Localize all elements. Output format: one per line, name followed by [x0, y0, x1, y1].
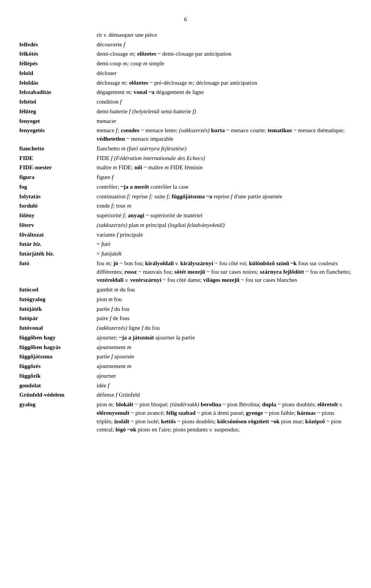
- entry-FIDE-mester: FIDE-mester maître m FIDE; női ~ maître …: [19, 164, 352, 172]
- def-FIDE: FIDE f (Fédération internationale des Ec…: [97, 154, 352, 163]
- def-fuggozes: ajournement m: [97, 362, 352, 371]
- def-FIDE-mester: maître m FIDE; női ~ maître m FIDE fémin…: [97, 164, 352, 172]
- entry-fog: fog contrôler; ~ja a mezőt contrôler la …: [19, 183, 352, 191]
- def-felfedes: découverte f: [97, 41, 352, 49]
- entry-fenyeget: fenyeget menacer: [19, 117, 352, 126]
- headword-futar-biz: futár biz.: [19, 240, 97, 249]
- headword-felkotes: félkötés: [19, 50, 97, 58]
- page-number: 6: [19, 15, 352, 24]
- entry-fenyegetes: fenyegetés menace f; csendes ~ menace le…: [19, 126, 352, 143]
- headword-fuggobenhegy: függőben hagy: [19, 334, 97, 342]
- entry-fuggobenhagyas: függőben hagyás ajournement m: [19, 343, 352, 352]
- entry-foterv: főterv (sakkszerzés) plan m principal (l…: [19, 221, 352, 230]
- def-fuggobenhegy: ajourner; ~ja a játszmát ajourner la par…: [97, 334, 352, 342]
- entry-feliuteg: félüteg demi-batterie f (helytelenül sem…: [19, 107, 352, 116]
- def-fordulo: ronde f; tour m: [97, 202, 352, 210]
- headword-fenyegetes: fenyegetés: [19, 126, 97, 143]
- entry-feloldas: feloldás déclouage m; előzetes ~ pré-déc…: [19, 79, 352, 87]
- headword-fuggobenhagyas: függőben hagyás: [19, 343, 97, 352]
- headword-gyalog: gyalog: [19, 401, 97, 434]
- def-fog: contrôler; ~ja a mezőt contrôler la case: [97, 183, 352, 191]
- headword-fianchetto: fianchetto: [19, 145, 97, 153]
- entry-fordulo: forduló ronde f; tour m: [19, 202, 352, 210]
- headword-fellepes: féllépés: [19, 60, 97, 68]
- def-fenyegetes: menace f; csendes ~ menace lente; (sakks…: [97, 126, 352, 143]
- def-gyalog: pion m; blokált ~ pion bloqué; (tündérsa…: [97, 401, 352, 434]
- def-fovaltozat: variante f principale: [97, 231, 352, 239]
- def-futogyalog: pion m fou: [97, 295, 352, 304]
- headword-grunfeld: Grünfeld-védelem: [19, 391, 97, 399]
- def-folytatas: continuation f; reprise f; suite f; függ…: [97, 193, 352, 201]
- headword-empty: [19, 31, 97, 39]
- entry-fuggozes: függőzés ajournement m: [19, 362, 352, 371]
- entry-grunfeld: Grünfeld-védelem défense f Grünfeld: [19, 391, 352, 399]
- headword-futojatek: futójáték: [19, 305, 97, 314]
- def-feltetel: condition f: [97, 98, 352, 106]
- entry-feltetel: feltétel condition f: [19, 98, 352, 106]
- headword-futocsel: futócsel: [19, 286, 97, 294]
- entry-futopar: futópár paire f de fous: [19, 314, 352, 323]
- def-foterv: (sakkszerzés) plan m principal (logikai …: [97, 221, 352, 230]
- headword-gondolat: gondolat: [19, 382, 97, 390]
- entry-foleny: fölény supériorité f; anyagi ~ supériori…: [19, 211, 352, 220]
- entry-felfedes: felfedés découverte f: [19, 41, 352, 49]
- def-futovonal: (sakkszerzés) ligne f du fou: [97, 324, 352, 332]
- headword-feltetel: feltétel: [19, 98, 97, 106]
- entry-fovaltozat: főváltozat variante f principale: [19, 231, 352, 239]
- headword-futopar: futópár: [19, 314, 97, 323]
- entry-figura: figura figure f: [19, 173, 352, 182]
- entry-felszabaditas: felszabadítás dégagement m; vonal ~a dég…: [19, 88, 352, 97]
- headword-feloldas: feloldás: [19, 79, 97, 87]
- headword-fuggozes: függőzés: [19, 362, 97, 371]
- def-feloldas: déclouage m; előzetes ~ pré-déclouage m;…: [97, 79, 352, 87]
- entry-futarjatek-biz: futárjáték biz. = futójáték: [19, 250, 352, 258]
- entry-felkotes: félkötés demi-clouage m; előzetes ~ demi…: [19, 50, 352, 58]
- def-futocsel: gambit m du fou: [97, 286, 352, 294]
- entry-felold: felold déclouer: [19, 69, 352, 78]
- def-futar-biz: = futó: [97, 240, 352, 249]
- entry-folytatas: folytatás continuation f; reprise f; sui…: [19, 193, 352, 201]
- entry-futojatek: futójáték partie f du fou: [19, 305, 352, 314]
- def-futo: fou m; jó ~ bon fou; királyoldali v. kir…: [97, 259, 352, 285]
- entry-futovonal: futóvonal (sakkszerzés) ligne f du fou: [19, 324, 352, 332]
- headword-fenyeget: fenyeget: [19, 117, 97, 126]
- entry-futo: futó fou m; jó ~ bon fou; királyoldali v…: [19, 259, 352, 285]
- entry-futocsel: futócsel gambit m du fou: [19, 286, 352, 294]
- entry-fianchetto: fianchetto fianchetto m (futó szárnyra f…: [19, 145, 352, 153]
- def-futopar: paire f de fous: [97, 314, 352, 323]
- entry-gondolat: gondolat idée f: [19, 382, 352, 390]
- headword-figura: figura: [19, 173, 97, 182]
- headword-foleny: fölény: [19, 211, 97, 220]
- headword-futarjatek-biz: futárjáték biz.: [19, 250, 97, 258]
- entry-fuggobenhegy: függőben hagy ajourner; ~ja a játszmát a…: [19, 334, 352, 342]
- def-fuggobenhagyas: ajournement m: [97, 343, 352, 352]
- def-fellepes: demi-coup m; coup m simple: [97, 60, 352, 68]
- headword-fordulo: forduló: [19, 202, 97, 210]
- intro-line: rir v. démasquer une pièce: [19, 31, 352, 39]
- def-foleny: supériorité f; anyagi ~ supériorité de m…: [97, 211, 352, 220]
- headword-fuggozik: függőzik: [19, 372, 97, 380]
- headword-FIDE-mester: FIDE-mester: [19, 164, 97, 172]
- headword-fovaltozat: főváltozat: [19, 231, 97, 239]
- def-felkotes: demi-clouage m; előzetes ~ demi-clouage …: [97, 50, 352, 58]
- def-felszabaditas: dégagement m; vonal ~a dégagement de lig…: [97, 88, 352, 97]
- headword-futo: futó: [19, 259, 97, 285]
- def-futarjatek-biz: = futójáték: [97, 250, 352, 258]
- def-fuggozik: ajourner: [97, 372, 352, 380]
- def-felold: déclouer: [97, 69, 352, 78]
- entry-fuggojatszma: függőjátszma partie f ajournée: [19, 353, 352, 361]
- headword-fog: fog: [19, 183, 97, 191]
- def-fianchetto: fianchetto m (futó szárnyra fejlesztése): [97, 145, 352, 153]
- headword-felfedes: felfedés: [19, 41, 97, 49]
- headword-feliuteg: félüteg: [19, 107, 97, 116]
- entry-FIDE: FIDE FIDE f (Fédération internationale d…: [19, 154, 352, 163]
- def-feliuteg: demi-batterie f (helytelenül semi-batter…: [97, 107, 352, 116]
- headword-felold: felold: [19, 69, 97, 78]
- def-gondolat: idée f: [97, 382, 352, 390]
- page-container: 6 rir v. démasquer une pièce felfedés dé…: [19, 15, 352, 435]
- headword-fuggojatszma: függőjátszma: [19, 353, 97, 361]
- headword-folytatas: folytatás: [19, 193, 97, 201]
- entry-gyalog: gyalog pion m; blokált ~ pion bloqué; (t…: [19, 401, 352, 434]
- intro-definition: rir v. démasquer une pièce: [97, 31, 352, 39]
- def-fenyeget: menacer: [97, 117, 352, 126]
